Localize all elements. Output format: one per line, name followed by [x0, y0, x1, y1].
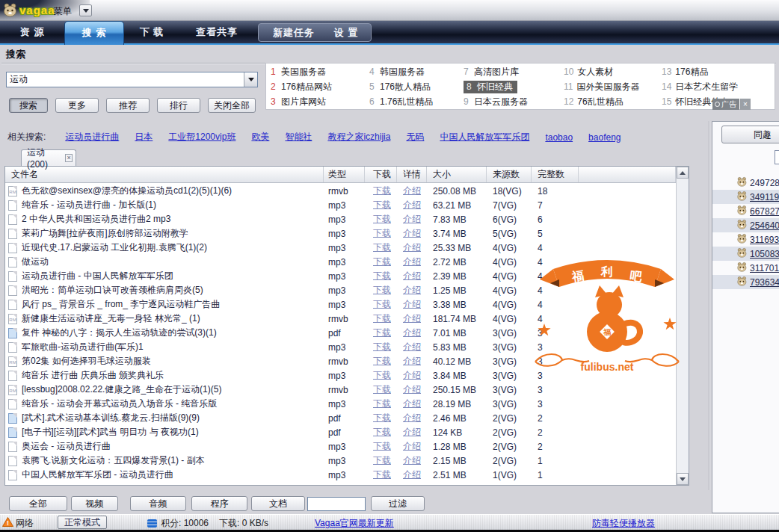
download-link[interactable]: 下载: [373, 185, 391, 196]
buddy-row[interactable]: 667827: [712, 204, 779, 218]
ad-item-8[interactable]: 8怀旧经典: [464, 79, 564, 94]
column-header-5[interactable]: 大小: [427, 167, 487, 182]
menu-tab-resources[interactable]: 资 源: [6, 21, 58, 43]
download-link[interactable]: 下载: [373, 370, 391, 380]
menu-label[interactable]: 菜单: [54, 5, 72, 18]
buddy-row[interactable]: 349119: [712, 190, 779, 204]
more-button[interactable]: 更多: [55, 98, 99, 113]
same-interest-button[interactable]: 同趣: [721, 126, 779, 143]
download-link[interactable]: 下载: [373, 299, 391, 309]
download-link[interactable]: 下载: [373, 214, 391, 224]
buddy-row[interactable]: 311693: [712, 232, 779, 247]
table-row[interactable]: RM新健康生活运动讲座_无毒一身轻 林光常_ (1)rmvb下载介绍181.74…: [5, 312, 676, 326]
download-link[interactable]: 下载: [373, 313, 391, 324]
menu-tab-download[interactable]: 下 载: [127, 21, 176, 43]
table-row[interactable]: RM色无欲@sexinsex@漂亮的体操运动员cd1(2)(5)(1)(6)rm…: [5, 184, 676, 198]
download-link[interactable]: 下载: [373, 270, 391, 281]
detail-link[interactable]: 介绍: [403, 341, 421, 352]
ad-item-9[interactable]: 9日本云服务器: [464, 94, 564, 109]
buddy-row[interactable]: 793634: [712, 275, 779, 289]
column-header-7[interactable]: 完整数: [532, 167, 579, 182]
download-link[interactable]: 下载: [373, 356, 391, 366]
table-row[interactable]: 茉莉广场舞[拉萨夜雨]原创胯部运动附教学mp3下载介绍3.74 MB5(VG)5: [5, 226, 676, 241]
ad-close-icon[interactable]: ×: [740, 99, 751, 110]
menu-tab-search[interactable]: 搜 索: [64, 21, 124, 45]
detail-link[interactable]: 介绍: [403, 469, 421, 480]
detail-link[interactable]: 介绍: [403, 370, 421, 380]
detail-link[interactable]: 介绍: [403, 384, 421, 395]
ad-item-1[interactable]: 1美国服务器: [271, 64, 369, 79]
detail-link[interactable]: 介绍: [403, 327, 421, 338]
download-link[interactable]: 下载: [373, 384, 391, 395]
detail-link[interactable]: 介绍: [403, 427, 421, 437]
download-link[interactable]: 下载: [373, 441, 391, 451]
table-row[interactable]: RM[lessbug]2008.02.22.健康之路_生命在于运动(1)(5)r…: [5, 383, 676, 397]
related-link-7[interactable]: 无码: [406, 131, 424, 143]
detail-link[interactable]: 介绍: [403, 256, 421, 267]
related-link-9[interactable]: taobao: [545, 132, 573, 143]
download-link[interactable]: 下载: [373, 327, 391, 338]
buddy-id[interactable]: 793634: [750, 277, 779, 288]
result-tab[interactable]: 运动(200) ×: [21, 149, 76, 166]
buddy-id[interactable]: 311693: [750, 235, 779, 245]
table-row[interactable]: 风行 ps_ 背景音乐 _ from_ 李宁逐风运动鞋广告曲mp3下载介绍3.3…: [5, 297, 676, 312]
detail-link[interactable]: 介绍: [403, 398, 421, 409]
detail-link[interactable]: 介绍: [403, 200, 421, 210]
filter-audio-button[interactable]: 音频: [130, 496, 186, 511]
related-link-3[interactable]: 工业帮1200vip班: [168, 131, 235, 143]
related-link-5[interactable]: 智能社: [285, 131, 312, 143]
buddy-panel-control[interactable]: [775, 150, 779, 164]
rank-button[interactable]: 排行: [157, 98, 200, 113]
buddy-id[interactable]: 349119: [750, 192, 779, 202]
detail-link[interactable]: 介绍: [403, 285, 421, 295]
filter-input[interactable]: [307, 497, 366, 511]
ad-item-10[interactable]: 10女人素材: [564, 64, 662, 79]
detail-link[interactable]: 介绍: [403, 412, 421, 423]
search-button[interactable]: 搜索: [9, 98, 48, 113]
table-row[interactable]: 近现代史.17.启蒙运动 工业化初期.袁腾飞(1)(2)mp3下载介绍25.33…: [5, 241, 676, 255]
detail-link[interactable]: 介绍: [403, 356, 421, 366]
ad-item-13[interactable]: 13176精品: [662, 64, 775, 79]
download-link[interactable]: 下载: [373, 412, 391, 423]
detail-link[interactable]: 介绍: [403, 455, 421, 466]
buddy-row[interactable]: 311701: [712, 261, 779, 275]
column-header-2[interactable]: 类型: [324, 167, 365, 182]
table-row[interactable]: [电子书][运动][武术]武当 明目功 与 夜视功(1)pdf下载介绍124 K…: [5, 425, 676, 439]
ad-item-7[interactable]: 7高清图片库: [464, 64, 564, 79]
filter-all-button[interactable]: 全部: [9, 496, 67, 511]
download-link[interactable]: 下载: [373, 341, 391, 352]
buddy-row[interactable]: 105083: [712, 247, 779, 261]
detail-link[interactable]: 介绍: [403, 299, 421, 309]
filter-program-button[interactable]: 程序: [191, 496, 247, 511]
related-link-8[interactable]: 中国人民解放军军乐团: [440, 131, 529, 143]
buddy-id[interactable]: 311701: [750, 263, 779, 273]
table-row[interactable]: 纯音乐 - 运动会开幕式运动员入场音乐 - 纯音乐版mp3下载介绍28.19 M…: [5, 397, 676, 411]
buddy-id[interactable]: 249728: [750, 178, 779, 188]
menu-dropdown-icon[interactable]: [79, 4, 92, 16]
detail-link[interactable]: 介绍: [403, 270, 421, 281]
column-header-3[interactable]: 下载: [365, 167, 397, 182]
detail-link[interactable]: 介绍: [403, 242, 421, 253]
ad-item-4[interactable]: 4韩国服务器: [369, 64, 464, 79]
download-link[interactable]: 下载: [373, 469, 391, 480]
column-header-6[interactable]: 来源数: [487, 167, 532, 182]
table-row[interactable]: 复件 神秘的八字：揭示人生运动轨迹的尝试(3)(1)pdf下载介绍7.01 MB…: [5, 326, 676, 340]
close-all-button[interactable]: 关闭全部: [208, 98, 256, 113]
ad-item-6[interactable]: 61.76乱世精品: [369, 94, 464, 109]
download-link[interactable]: 下载: [373, 427, 391, 437]
table-row[interactable]: 纯音乐 - 运动员进行曲 - 加长版(1)mp3下载介绍63.21 MB7(VG…: [5, 198, 676, 212]
download-link[interactable]: 下载: [373, 242, 391, 253]
detail-link[interactable]: 介绍: [403, 185, 421, 196]
detail-link[interactable]: 介绍: [403, 228, 421, 238]
scroll-down-icon[interactable]: [677, 473, 689, 485]
table-row[interactable]: 2 中华人民共和国运动员进行曲2 mp3mp3下载介绍7.83 MB6(VG)6: [5, 212, 676, 226]
player-link[interactable]: 防毒轻便播放器: [592, 517, 655, 530]
search-input[interactable]: [7, 72, 244, 87]
table-row[interactable]: RM第02集 如何选择羽毛球运动服装rmvb下载介绍40.12 MB3(VG)3: [5, 354, 676, 368]
table-row[interactable]: 运动员进行曲 - 中国人民解放军军乐团mp3下载介绍2.39 MB4(VG)4: [5, 269, 676, 283]
related-link-2[interactable]: 日本: [135, 131, 153, 143]
download-link[interactable]: 下载: [373, 398, 391, 409]
table-row[interactable]: 奥运会 - 运动员进行曲mp3下载介绍1.28 MB2(VG)2: [5, 439, 676, 454]
ad-item-3[interactable]: 3图片库网站: [271, 94, 369, 109]
mode-button[interactable]: 正常模式: [58, 516, 107, 529]
